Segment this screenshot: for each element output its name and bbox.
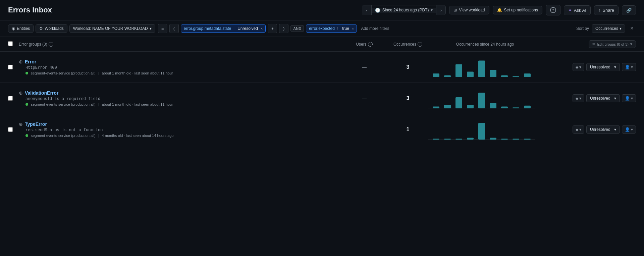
row-users-0: — (341, 64, 388, 70)
priority-button-0[interactable]: ◆ ▾ (573, 63, 584, 71)
row-chart-2 (428, 119, 542, 140)
row-checkbox-cell (8, 96, 19, 101)
page-title: Errors Inbox (8, 6, 52, 14)
filter-close-expected[interactable]: × (352, 27, 354, 31)
col-header-occurrences: Occurrences i (388, 42, 428, 47)
svg-rect-5 (478, 61, 485, 78)
status-dot-2 (25, 134, 28, 137)
time-navigation: ‹ 🕐 Since 24 hours ago (PDT) ▾ › (362, 5, 446, 15)
svg-rect-26 (490, 138, 496, 140)
status-dot-0 (25, 72, 28, 74)
link-button[interactable]: 🔗 (622, 5, 636, 15)
time-current[interactable]: 🕐 Since 24 hours ago (PDT) ▾ (372, 8, 436, 13)
row-checkbox-2[interactable] (8, 127, 13, 132)
assign-chevron-0: ▾ (631, 65, 633, 69)
priority-chevron-2: ▾ (579, 127, 581, 132)
share-button[interactable]: ↑ Share (594, 5, 619, 15)
row-occurrences-2: 1 (388, 126, 428, 133)
row-checkbox-cell (8, 65, 19, 69)
assign-user-button-1[interactable]: 👤 ▾ (622, 94, 636, 102)
svg-rect-29 (524, 139, 531, 140)
filter-toggle-button[interactable]: ≡ (158, 24, 167, 33)
svg-rect-3 (455, 64, 462, 78)
diamond-icon-1: ◆ (576, 96, 578, 101)
globe-icon-0: ⊕ (19, 59, 23, 64)
edit-groups-button[interactable]: ✏ Edit groups (0 of 3) ▾ (589, 40, 636, 48)
svg-rect-24 (467, 138, 474, 140)
row-actions-2: ◆ ▾ Unresolved ▾ 👤 ▾ (542, 125, 636, 134)
filter-tag-expected[interactable]: error.expected != true × (306, 24, 357, 33)
svg-rect-8 (513, 76, 519, 77)
status-dropdown-0[interactable]: Unresolved ▾ (586, 63, 620, 71)
error-subtitle-1: anonymousId is a required field (25, 97, 341, 101)
workloads-button[interactable]: ⚙ Workloads (36, 24, 67, 33)
view-workload-button[interactable]: ⊞ View workload (449, 6, 489, 14)
row-users-1: — (341, 96, 388, 101)
close-group-button[interactable]: ) (279, 24, 288, 33)
users-info-icon[interactable]: i (368, 42, 373, 47)
priority-button-2[interactable]: ◆ ▾ (573, 125, 584, 134)
time-meta-2: 4 months old · last seen about 14 hours … (102, 134, 173, 138)
assign-chevron-1: ▾ (631, 96, 633, 101)
svg-rect-1 (433, 73, 439, 77)
service-name-0: segment-events-service (production.all) (31, 71, 96, 75)
sort-chevron-icon: ▾ (620, 26, 622, 31)
col-header-chart: Occurrences since 24 hours ago (428, 42, 542, 47)
error-name-2[interactable]: TypeError (25, 121, 47, 127)
time-prev-button[interactable]: ‹ (362, 5, 372, 15)
svg-rect-2 (444, 75, 451, 78)
add-condition-button[interactable]: + (268, 24, 277, 33)
row-checkbox-0[interactable] (8, 65, 13, 69)
edit-groups-chevron: ▾ (630, 42, 632, 46)
svg-rect-12 (444, 105, 451, 108)
help-button[interactable]: ? (546, 5, 560, 15)
assign-user-button-0[interactable]: 👤 ▾ (622, 63, 636, 71)
grid-icon: ⊞ (453, 8, 457, 12)
svg-rect-15 (478, 93, 485, 108)
select-all-checkbox[interactable] (8, 41, 13, 46)
svg-rect-14 (467, 105, 474, 108)
error-name-0[interactable]: Error (25, 59, 36, 64)
status-label-0: Unresolved (590, 65, 610, 69)
add-more-filters-button[interactable]: Add more filters (359, 25, 391, 32)
time-meta-0: about 1 month old · last seen about 11 h… (102, 71, 173, 75)
filter-bar: ◉ Entities ⚙ Workloads Workload: NAME OF… (0, 20, 644, 37)
user-icon-1: 👤 (625, 96, 630, 101)
priority-button-1[interactable]: ◆ ▾ (573, 94, 584, 102)
row-meta-1: segment-events-service (production.all) … (25, 102, 341, 106)
row-main-1: ⊕ ValidationError anonymousId is a requi… (19, 90, 341, 106)
name-info-icon[interactable]: i (49, 42, 53, 47)
pencil-icon: ✏ (592, 42, 595, 46)
time-next-button[interactable]: › (436, 5, 445, 15)
entities-button[interactable]: ◉ Entities (8, 24, 34, 33)
svg-rect-19 (524, 106, 531, 108)
svg-rect-16 (490, 103, 496, 109)
top-bar: Errors Inbox ‹ 🕐 Since 24 hours ago (PDT… (0, 0, 644, 20)
sort-dropdown[interactable]: Occurrences ▾ (592, 24, 625, 33)
header-checkbox-cell (8, 41, 19, 47)
row-checkbox-1[interactable] (8, 96, 13, 101)
setup-notifications-button[interactable]: 🔔 Set up notifications (493, 6, 542, 14)
priority-chevron-0: ▾ (579, 65, 581, 69)
assign-user-button-2[interactable]: 👤 ▾ (622, 125, 636, 134)
open-group-button[interactable]: ( (169, 24, 179, 33)
workload-name-button[interactable]: Workload: NAME OF YOUR WORKLOAD ▾ (69, 24, 155, 33)
service-name-2: segment-events-service (production.all) (31, 134, 96, 138)
svg-rect-23 (455, 139, 462, 140)
svg-rect-13 (455, 97, 462, 108)
occurrences-info-icon[interactable]: i (418, 42, 422, 47)
user-icon-2: 👤 (625, 127, 630, 132)
svg-rect-7 (501, 75, 508, 78)
svg-rect-17 (501, 107, 508, 109)
ask-ai-button[interactable]: ✦ Ask AI (564, 5, 591, 15)
status-dropdown-2[interactable]: Unresolved ▾ (586, 125, 620, 134)
clear-filters-button[interactable]: × (628, 24, 636, 33)
row-chart-0 (428, 57, 542, 77)
filter-close-state[interactable]: × (261, 27, 263, 31)
filter-tag-state[interactable]: error.group.metadata.state = Unresolved … (181, 24, 266, 33)
error-subtitle-0: HttpError 400 (25, 65, 341, 70)
bell-icon: 🔔 (497, 8, 502, 12)
status-dropdown-1[interactable]: Unresolved ▾ (586, 94, 620, 102)
row-meta-0: segment-events-service (production.all) … (25, 71, 341, 75)
error-name-1[interactable]: ValidationError (25, 90, 58, 96)
